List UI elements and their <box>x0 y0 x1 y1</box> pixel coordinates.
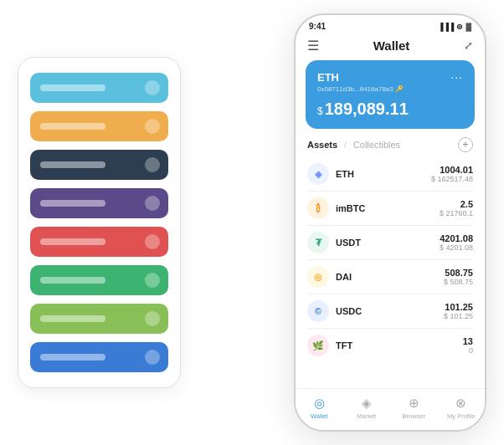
asset-amount: 101.25 <box>444 302 473 312</box>
expand-icon[interactable]: ⤢ <box>464 39 473 52</box>
bottom-nav-label-market: Market <box>357 412 376 420</box>
card-icon <box>145 311 160 326</box>
asset-name: USDC <box>336 306 444 316</box>
eth-card-label: ETH <box>317 71 339 84</box>
assets-tab-collectibles[interactable]: Collectibles <box>353 140 400 150</box>
bottom-nav-icon-market: ◈ <box>362 396 372 411</box>
eth-card-dots[interactable]: ··· <box>450 70 463 84</box>
card-line <box>40 84 105 91</box>
bottom-nav-market[interactable]: ◈Market <box>343 396 391 420</box>
asset-values: 130 <box>463 336 473 355</box>
scene: 9:41 ▐▐▐ ⊜ ▓ ☰ Wallet ⤢ ETH ··· 0x08711d… <box>18 13 486 432</box>
bottom-nav: ◎Wallet◈Market⊕Browser⊗My Profile <box>296 388 485 430</box>
card-icon <box>145 80 160 95</box>
asset-name: imBTC <box>336 203 440 213</box>
asset-values: 2.5$ 21760.1 <box>440 199 473 217</box>
card-item[interactable] <box>30 73 168 103</box>
asset-usd: $ 21760.1 <box>440 209 473 217</box>
card-icon <box>145 157 160 172</box>
card-stack <box>18 57 181 388</box>
asset-icon-eth: ◈ <box>307 163 329 185</box>
card-item[interactable] <box>30 227 168 257</box>
asset-name: ETH <box>336 169 431 179</box>
card-line <box>40 238 105 245</box>
bottom-nav-icon-wallet: ◎ <box>314 396 325 411</box>
signal-icon: ▐▐▐ <box>438 23 454 31</box>
asset-amount: 1004.01 <box>431 165 473 175</box>
menu-icon[interactable]: ☰ <box>307 38 319 54</box>
card-item[interactable] <box>30 111 168 141</box>
bottom-nav-label-wallet: Wallet <box>311 412 328 420</box>
asset-icon-usdt: ₮ <box>307 232 329 253</box>
asset-icon-usdc: © <box>307 300 329 322</box>
add-asset-button[interactable]: + <box>458 137 473 152</box>
assets-header: Assets / Collectibles + <box>296 137 485 157</box>
asset-usd: 0 <box>463 346 473 355</box>
asset-icon-dai: ◎ <box>307 266 329 288</box>
asset-item[interactable]: 🌿TFT130 <box>307 329 473 362</box>
asset-name: TFT <box>336 340 463 350</box>
asset-values: 508.75$ 508.75 <box>444 268 473 286</box>
asset-usd: $ 4201.08 <box>440 243 473 252</box>
asset-name: USDT <box>336 238 440 248</box>
status-time: 9:41 <box>309 22 326 31</box>
asset-values: 1004.01$ 162517.48 <box>431 165 473 183</box>
asset-amount: 13 <box>463 336 473 346</box>
asset-item[interactable]: ◈ETH1004.01$ 162517.48 <box>307 157 473 192</box>
bottom-nav-wallet[interactable]: ◎Wallet <box>296 396 343 420</box>
add-icon: + <box>462 139 468 151</box>
card-icon <box>145 350 160 365</box>
status-icons: ▐▐▐ ⊜ ▓ <box>438 23 471 31</box>
asset-usd: $ 162517.48 <box>431 175 473 183</box>
bottom-nav-my-profile[interactable]: ⊗My Profile <box>438 396 486 420</box>
nav-title: Wallet <box>373 38 410 53</box>
asset-usd: $ 508.75 <box>444 278 473 286</box>
card-item[interactable] <box>30 304 168 334</box>
asset-item[interactable]: ₿imBTC2.5$ 21760.1 <box>307 192 473 226</box>
assets-tab-active[interactable]: Assets <box>307 140 337 150</box>
card-item[interactable] <box>30 342 168 372</box>
asset-icon-imbtc: ₿ <box>307 197 329 219</box>
asset-item[interactable]: ©USDC101.25$ 101.25 <box>307 294 473 329</box>
wifi-icon: ⊜ <box>456 23 463 31</box>
eth-card[interactable]: ETH ··· 0x08711d3b...8418a78a3 🔑 $189,08… <box>306 60 475 129</box>
phone: 9:41 ▐▐▐ ⊜ ▓ ☰ Wallet ⤢ ETH ··· 0x08711d… <box>294 13 486 432</box>
card-line <box>40 123 105 130</box>
card-item[interactable] <box>30 150 168 180</box>
top-nav: ☰ Wallet ⤢ <box>296 34 485 60</box>
assets-tab-divider: / <box>344 141 347 150</box>
card-line <box>40 200 105 207</box>
asset-icon-tft: 🌿 <box>307 335 329 356</box>
bottom-nav-label-browser: Browser <box>402 412 425 420</box>
card-line <box>40 161 105 168</box>
asset-amount: 2.5 <box>440 199 473 209</box>
assets-tabs: Assets / Collectibles <box>307 140 400 150</box>
asset-usd: $ 101.25 <box>444 312 473 320</box>
eth-card-address: 0x08711d3b...8418a78a3 🔑 <box>317 85 463 93</box>
status-bar: 9:41 ▐▐▐ ⊜ ▓ <box>296 15 485 34</box>
eth-balance-amount: 189,089.11 <box>325 100 409 118</box>
asset-amount: 508.75 <box>444 268 473 278</box>
eth-card-top: ETH ··· <box>317 70 463 84</box>
battery-icon: ▓ <box>465 23 471 31</box>
card-item[interactable] <box>30 265 168 295</box>
bottom-nav-label-my-profile: My Profile <box>447 412 475 420</box>
card-icon <box>145 196 160 211</box>
asset-amount: 4201.08 <box>440 233 473 243</box>
asset-item[interactable]: ◎DAI508.75$ 508.75 <box>307 260 473 294</box>
card-icon <box>145 119 160 134</box>
asset-values: 101.25$ 101.25 <box>444 302 473 320</box>
eth-dollar-sign: $ <box>317 105 323 117</box>
bottom-nav-icon-my-profile: ⊗ <box>455 396 466 411</box>
asset-list: ◈ETH1004.01$ 162517.48₿imBTC2.5$ 21760.1… <box>296 157 485 388</box>
card-item[interactable] <box>30 188 168 218</box>
card-line <box>40 315 105 322</box>
card-icon <box>145 234 160 249</box>
bottom-nav-icon-browser: ⊕ <box>409 396 419 411</box>
asset-name: DAI <box>336 272 444 282</box>
asset-item[interactable]: ₮USDT4201.08$ 4201.08 <box>307 226 473 260</box>
card-line <box>40 354 105 361</box>
eth-card-balance: $189,089.11 <box>317 100 463 119</box>
card-line <box>40 277 105 284</box>
bottom-nav-browser[interactable]: ⊕Browser <box>390 396 438 420</box>
